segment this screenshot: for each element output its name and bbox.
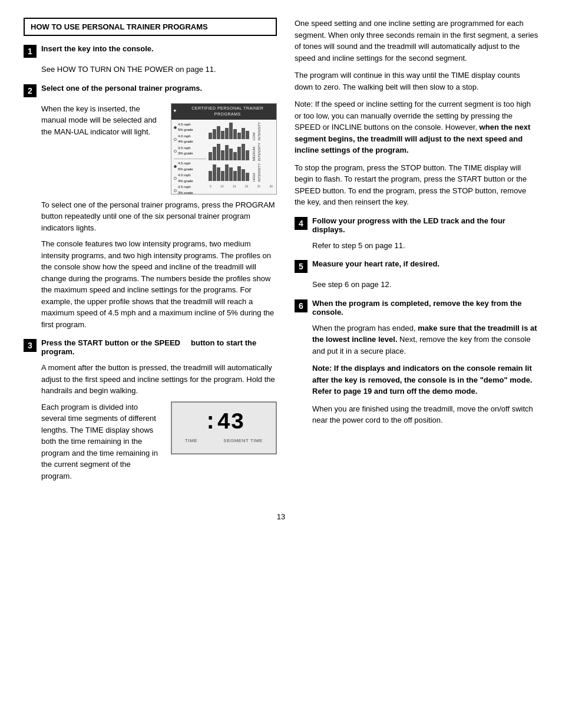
step-1-block: 1 Insert the key into the console. (24, 44, 277, 58)
bar-h-2 (213, 164, 216, 181)
bar-m-7 (233, 152, 237, 160)
console-right-panel: LOWINTENSITY (209, 122, 274, 195)
bar-h-3 (217, 167, 220, 180)
high-intensity-label: HIGHINTENSITY (252, 163, 262, 182)
step-2-block: 2 Select one of the personal trainer pro… (24, 84, 277, 97)
bar-4 (221, 131, 224, 139)
page: HOW TO USE PERSONAL TRAINER PROGRAMS 1 I… (0, 0, 562, 728)
right-para3-bold: when the next segment begins, the treadm… (295, 123, 530, 154)
step-1-title: Insert the key into the console. (41, 44, 154, 53)
page-number: 13 (24, 512, 538, 521)
timer-image: :43 TIME SEGMENT TIME (171, 401, 277, 454)
bar-h-10 (246, 173, 249, 181)
timer-label-segment: SEGMENT TIME (223, 437, 263, 444)
step-6-para2: Note: If the displays and indicators on … (312, 363, 538, 397)
timer-label-time: TIME (185, 437, 197, 444)
right-para1: One speed setting and one incline settin… (295, 18, 538, 64)
timer-display: :43 (204, 411, 244, 434)
right-para2: The program will continue in this way un… (295, 70, 538, 93)
console-row-3: 3.5 mph3% grade (178, 146, 193, 157)
step-6-para3: When you are finished using the treadmil… (312, 403, 538, 426)
step-6-block: 6 When the program is completed, remove … (295, 299, 538, 317)
bar-m-3 (217, 144, 220, 160)
step-3-number: 3 (24, 339, 37, 352)
bar-3 (217, 126, 220, 139)
section-header: HOW TO USE PERSONAL TRAINER PROGRAMS (24, 18, 277, 36)
step-2-title: Select one of the personal trainer progr… (41, 84, 202, 93)
scale-numbers: 51015202530 (209, 185, 274, 189)
medium-intensity-bars (209, 144, 249, 160)
console-left-panel: 4.5 mph5% grade 4.0 mph4% grade 3.5 mph3… (174, 122, 206, 195)
step-1-body: See HOW TO TURN ON THE POWER on page 11. (41, 64, 277, 75)
bar-h-8 (237, 166, 241, 181)
console-image: ✦ CERTIFIED PERSONAL TRAINER PROGRAMS 4.… (171, 103, 277, 195)
bar-m-2 (213, 147, 216, 160)
console-header-text: CERTIFIED PERSONAL TRAINER PROGRAMS (180, 106, 276, 118)
step-5-number: 5 (295, 260, 308, 273)
step-5-body: See step 6 on page 12. (312, 279, 538, 291)
step-6-number: 6 (295, 299, 308, 312)
right-para3: Note: If the speed or incline setting fo… (295, 98, 538, 156)
step-5-content: See step 6 on page 12. (312, 279, 538, 291)
bar-h-9 (242, 169, 245, 181)
step-1-number: 1 (24, 45, 37, 58)
step-2-number: 2 (24, 84, 37, 97)
low-intensity-bars (209, 123, 249, 139)
step-2-para1: To select one of the personal trainer pr… (41, 199, 277, 234)
bar-9 (242, 128, 245, 140)
step-2-intro: When the key is inserted, the manual mod… (41, 103, 164, 143)
step-3-para2-text: Each program is divided into several tim… (41, 401, 163, 487)
step-6-para1: When the program has ended, make sure th… (312, 322, 538, 357)
bar-h-1 (209, 171, 212, 181)
step-5-block: 5 Measure your heart rate, if desired. (295, 259, 538, 273)
dot-2 (174, 138, 177, 141)
bar-h-6 (229, 167, 233, 180)
step-2-para2: The console features two low intensity p… (41, 238, 277, 330)
bar-m-5 (225, 145, 229, 160)
step-4-block: 4 Follow your progress with the LED trac… (295, 216, 538, 234)
step-5-title: Measure your heart rate, if desired. (312, 259, 439, 268)
left-column: HOW TO USE PERSONAL TRAINER PROGRAMS 1 I… (24, 18, 277, 495)
medium-intensity-label: MEDIUMINTENSITY (252, 143, 262, 161)
console-row-5: 4.0 mph4% grade (178, 173, 193, 184)
bar-5 (225, 128, 229, 140)
console-row-2: 4.0 mph4% grade (178, 134, 193, 145)
bar-h-7 (233, 171, 237, 181)
bar-10 (246, 131, 249, 139)
bar-8 (237, 133, 241, 139)
step-3-para1: A moment after the button is pressed, th… (41, 362, 277, 397)
step-4-title: Follow your progress with the LED track … (312, 216, 538, 234)
bar-m-6 (229, 149, 233, 160)
console-header-label: ✦ CERTIFIED PERSONAL TRAINER PROGRAMS (171, 104, 276, 120)
console-star-icon: ✦ (173, 107, 178, 116)
bar-m-1 (209, 152, 212, 160)
step-3-content: A moment after the button is pressed, th… (41, 362, 277, 486)
step-6-bold-1: make sure that the treadmill is at the l… (312, 324, 537, 344)
dot-6 (174, 189, 177, 192)
step-1-content: See HOW TO TURN ON THE POWER on page 11. (41, 64, 277, 75)
high-intensity-bars (209, 164, 249, 181)
step-3-block: 3 Press the START button or the SPEED bu… (24, 338, 277, 356)
bar-m-9 (242, 144, 245, 160)
bar-m-4 (221, 150, 224, 160)
bar-6 (229, 123, 233, 139)
bar-1 (209, 133, 212, 139)
console-row-4: 4.5 mph5% grade (178, 161, 193, 172)
right-column: One speed setting and one incline settin… (295, 18, 538, 495)
step-6-bold-2: Note: If the displays and indicators on … (312, 364, 533, 396)
bar-7 (233, 129, 237, 139)
step-4-body: Refer to step 5 on page 11. (312, 240, 538, 252)
step-2-content: When the key is inserted, the manual mod… (41, 103, 277, 331)
low-intensity-label: LOWINTENSITY (252, 122, 262, 140)
step-4-content: Refer to step 5 on page 11. (312, 240, 538, 252)
step-4-number: 4 (295, 217, 308, 230)
bar-2 (213, 129, 216, 139)
dot-3 (174, 150, 177, 153)
bar-h-5 (225, 164, 229, 181)
step-6-content: When the program has ended, make sure th… (312, 322, 538, 426)
console-row-6: 3.5 mph3% grade (178, 185, 193, 194)
dot-1 (174, 126, 177, 129)
step-6-title: When the program is completed, remove th… (312, 299, 538, 317)
dot-5 (174, 177, 177, 180)
step-3-para2: Each program is divided into several tim… (41, 401, 163, 482)
